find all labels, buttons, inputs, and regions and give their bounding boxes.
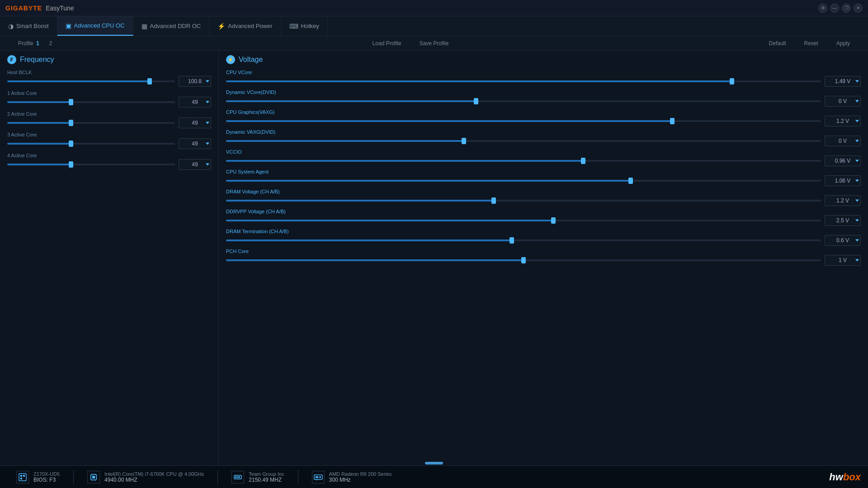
status-divider-1 bbox=[73, 470, 74, 484]
save-profile-btn[interactable]: Save Profile bbox=[410, 40, 458, 47]
volt-row-dram-termination: DRAM Termination (CH A/B) 0.6 V bbox=[226, 229, 861, 246]
dram-voltage-dropdown[interactable]: 1.2 V bbox=[825, 195, 861, 206]
1-active-core-dropdown-wrapper: 49 bbox=[179, 97, 211, 108]
dram-voltage-slider-track[interactable] bbox=[226, 200, 821, 202]
svg-rect-5 bbox=[92, 476, 95, 479]
hotkey-icon: ⌨ bbox=[289, 23, 298, 30]
vccio-dropdown[interactable]: 0.96 V bbox=[825, 155, 861, 166]
ddrvpp-voltage-label: DDRVPP Voltage (CH A/B) bbox=[226, 209, 861, 214]
dynamic-vaxg-slider-track[interactable] bbox=[226, 140, 821, 142]
profile-label: Profile bbox=[18, 40, 33, 47]
load-profile-btn[interactable]: Load Profile bbox=[363, 40, 410, 47]
voltage-icon: ⚡ bbox=[226, 55, 235, 64]
tab-hotkey[interactable]: ⌨ Hotkey bbox=[281, 16, 328, 36]
reset-btn[interactable]: Reset bbox=[795, 40, 827, 47]
cpu-graphics-slider-container: 1.2 V bbox=[226, 116, 861, 127]
profile-bar: Profile 1 2 Load Profile Save Profile De… bbox=[0, 36, 868, 51]
3-active-core-slider-track[interactable] bbox=[7, 143, 175, 145]
cpu-system-agent-slider-track[interactable] bbox=[226, 180, 821, 182]
dynamic-vaxg-dropdown[interactable]: 0 V bbox=[825, 136, 861, 146]
status-item-cpu: Intel(R) Core(TM) i7-6700K CPU @ 4.00GHz… bbox=[78, 471, 213, 483]
cpu-system-agent-dropdown[interactable]: 1.06 V bbox=[825, 175, 861, 186]
dynamic-vcore-dropdown-wrapper: 0 V bbox=[825, 96, 861, 107]
freq-row-3-active-core: 3 Active Core 49 bbox=[7, 132, 211, 149]
profile-2-btn[interactable]: 2 bbox=[49, 40, 52, 47]
status-item-gpu: AMD Radeon R9 200 Series 300 MHz bbox=[303, 471, 401, 483]
svg-rect-18 bbox=[239, 476, 240, 478]
4-active-core-slider-track[interactable] bbox=[7, 164, 175, 165]
cpu-vcore-dropdown[interactable]: 1.49 V bbox=[825, 76, 861, 87]
2-active-core-label: 2 Active Core bbox=[7, 111, 211, 117]
status-gpu-line1: AMD Radeon R9 200 Series bbox=[329, 471, 392, 477]
2-active-core-slider-track[interactable] bbox=[7, 122, 175, 124]
1-active-core-slider-track[interactable] bbox=[7, 101, 175, 103]
app-name-label: EasyTune bbox=[46, 5, 74, 12]
status-cpu-line1: Intel(R) Core(TM) i7-6700K CPU @ 4.00GHz bbox=[104, 471, 204, 477]
2-active-core-dropdown-wrapper: 49 bbox=[179, 117, 211, 128]
dynamic-vcore-dropdown[interactable]: 0 V bbox=[825, 96, 861, 107]
dram-voltage-slider-container: 1.2 V bbox=[226, 195, 861, 206]
cpu-graphics-dropdown[interactable]: 1.2 V bbox=[825, 116, 861, 127]
status-cpu-text: Intel(R) Core(TM) i7-6700K CPU @ 4.00GHz… bbox=[104, 471, 204, 483]
1-active-core-dropdown[interactable]: 49 bbox=[179, 97, 211, 108]
svg-rect-2 bbox=[23, 475, 25, 477]
dynamic-vcore-label: Dynamic VCore(DVID) bbox=[226, 89, 861, 95]
minimize-btn[interactable]: — bbox=[830, 4, 839, 13]
dynamic-vcore-slider-track[interactable] bbox=[226, 100, 821, 102]
settings-btn[interactable]: ⚙ bbox=[818, 4, 827, 13]
host-bclk-dropdown[interactable]: 100.8 bbox=[179, 76, 211, 87]
4-active-core-dropdown[interactable]: 49 bbox=[179, 159, 211, 170]
ddrvpp-voltage-dropdown[interactable]: 2.5 V bbox=[825, 215, 861, 226]
svg-rect-3 bbox=[20, 478, 22, 479]
profile-1-btn[interactable]: 1 bbox=[36, 40, 39, 47]
2-active-core-dropdown[interactable]: 49 bbox=[179, 117, 211, 128]
status-gpu-text: AMD Radeon R9 200 Series 300 MHz bbox=[329, 471, 392, 483]
pch-core-slider-container: 1 V bbox=[226, 255, 861, 266]
cpu-vcore-slider-container: 1.49 V bbox=[226, 76, 861, 87]
cpu-vcore-label: CPU VCore bbox=[226, 70, 861, 75]
1-active-core-slider-container: 49 bbox=[7, 97, 211, 108]
dram-termination-dropdown-wrapper: 0.6 V bbox=[825, 235, 861, 246]
cpu-vcore-slider-track[interactable] bbox=[226, 80, 821, 82]
tab-smart-boost[interactable]: ◑ Smart Boost bbox=[0, 16, 57, 36]
vccio-slider-track[interactable] bbox=[226, 160, 821, 162]
tab-advanced-power[interactable]: ⚡ Advanced Power bbox=[209, 16, 281, 36]
dram-termination-slider-track[interactable] bbox=[226, 239, 821, 241]
dynamic-vaxg-slider-container: 0 V bbox=[226, 136, 861, 146]
dram-termination-dropdown[interactable]: 0.6 V bbox=[825, 235, 861, 246]
volt-row-ddrvpp-voltage: DDRVPP Voltage (CH A/B) 2.5 V bbox=[226, 209, 861, 226]
volt-row-dram-voltage: DRAM Voltage (CH A/B) 1.2 V bbox=[226, 189, 861, 206]
status-ram-text: Team Group Inc 2150.49 MHZ bbox=[249, 471, 284, 483]
ram-icon bbox=[231, 471, 244, 483]
close-btn[interactable]: ✕ bbox=[854, 4, 863, 13]
restore-btn[interactable]: ❐ bbox=[842, 4, 851, 13]
volt-row-dynamic-vaxg: Dynamic VAXG(DVID) 0 V bbox=[226, 129, 861, 146]
dynamic-vaxg-dropdown-wrapper: 0 V bbox=[825, 136, 861, 146]
status-ram-line1: Team Group Inc bbox=[249, 471, 284, 477]
ddrvpp-voltage-slider-track[interactable] bbox=[226, 220, 821, 221]
nav-tabs: ◑ Smart Boost ▣ Advanced CPU OC ▦ Advanc… bbox=[0, 16, 868, 36]
host-bclk-slider-track[interactable] bbox=[7, 80, 175, 82]
pch-core-slider-track[interactable] bbox=[226, 259, 821, 261]
dram-voltage-dropdown-wrapper: 1.2 V bbox=[825, 195, 861, 206]
profile-section: Profile 1 2 bbox=[9, 40, 61, 47]
apply-btn[interactable]: Apply bbox=[827, 40, 859, 47]
cpu-graphics-slider-track[interactable] bbox=[226, 120, 821, 122]
tab-advanced-cpu-oc[interactable]: ▣ Advanced CPU OC bbox=[57, 16, 133, 36]
2-active-core-slider-container: 49 bbox=[7, 117, 211, 128]
tab-advanced-power-label: Advanced Power bbox=[228, 23, 272, 29]
tab-advanced-ddr-oc[interactable]: ▦ Advanced DDR OC bbox=[133, 16, 210, 36]
3-active-core-dropdown[interactable]: 49 bbox=[179, 138, 211, 149]
status-divider-2 bbox=[217, 470, 218, 484]
svg-rect-15 bbox=[235, 476, 236, 478]
volt-row-cpu-vcore: CPU VCore 1.49 V bbox=[226, 70, 861, 87]
status-divider-3 bbox=[298, 470, 298, 484]
ddrvpp-voltage-dropdown-wrapper: 2.5 V bbox=[825, 215, 861, 226]
voltage-panel: ⚡ Voltage CPU VCore 1.49 V Dynami bbox=[219, 51, 868, 465]
3-active-core-slider-container: 49 bbox=[7, 138, 211, 149]
frequency-title: F Frequency bbox=[7, 55, 211, 64]
status-mobo-line1: Z170X-UD5 bbox=[33, 471, 60, 477]
svg-rect-23 bbox=[316, 476, 318, 478]
default-btn[interactable]: Default bbox=[760, 40, 795, 47]
pch-core-dropdown[interactable]: 1 V bbox=[825, 255, 861, 266]
